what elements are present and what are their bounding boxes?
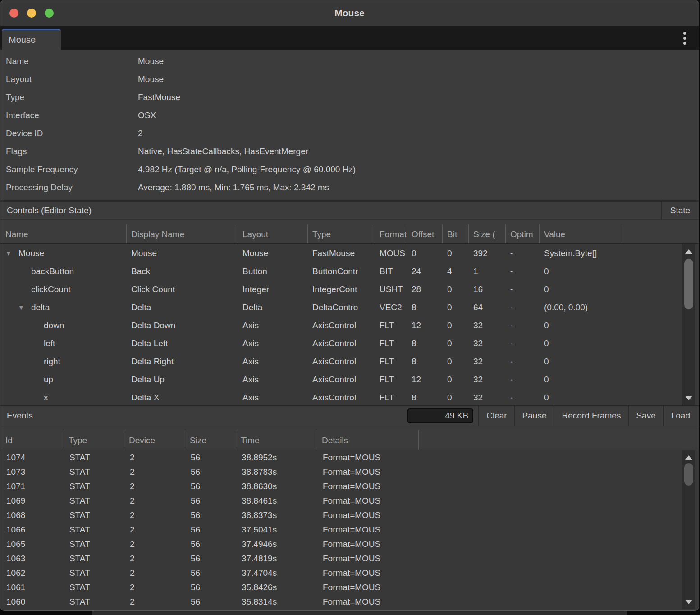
- control-format: FLT: [375, 357, 407, 367]
- control-row-backButton[interactable]: ▼backButtonBackButtonButtonContrBIT2441-…: [0, 262, 699, 280]
- pause-button[interactable]: Pause: [514, 406, 554, 426]
- column-header-size[interactable]: Size: [185, 426, 236, 450]
- scroll-up-icon[interactable]: [685, 249, 692, 254]
- column-header-layout[interactable]: Layout: [238, 220, 307, 243]
- record-frames-button[interactable]: Record Frames: [554, 406, 628, 426]
- control-layout: Mouse: [238, 248, 307, 258]
- control-row-down[interactable]: ▼downDelta DownAxisAxisControlFLT12032-0: [0, 317, 699, 335]
- control-row-left[interactable]: ▼leftDelta LeftAxisAxisControlFLT8032-0: [0, 335, 699, 353]
- tab-mouse[interactable]: Mouse: [2, 29, 61, 50]
- controls-scrollbar[interactable]: [682, 244, 695, 405]
- control-row-delta[interactable]: ▼deltaDeltaDeltaDeltaControVEC28064-(0.0…: [0, 298, 699, 317]
- control-size: 16: [468, 285, 505, 294]
- load-button[interactable]: Load: [663, 406, 697, 426]
- column-header-size[interactable]: Size (: [468, 220, 505, 243]
- control-row-right[interactable]: ▼rightDelta RightAxisAxisControlFLT8032-…: [0, 353, 699, 371]
- close-window-button[interactable]: [9, 9, 18, 18]
- event-type: STAT: [64, 539, 124, 549]
- zoom-window-button[interactable]: [45, 9, 54, 18]
- control-optimized: -: [505, 357, 539, 367]
- scroll-down-icon[interactable]: [685, 600, 692, 604]
- control-type: AxisControl: [307, 321, 375, 330]
- column-header-type[interactable]: Type: [64, 426, 124, 450]
- control-value: (0.00, 0.00): [539, 303, 622, 312]
- event-details: Format=MOUS: [317, 597, 418, 607]
- column-header-optim[interactable]: Optim: [505, 220, 539, 243]
- event-buffer-size-field[interactable]: 49 KB: [407, 408, 473, 423]
- kebab-menu-icon[interactable]: [683, 32, 686, 45]
- control-offset: 28: [407, 285, 442, 294]
- column-header-format[interactable]: Format: [375, 220, 407, 243]
- control-row-x[interactable]: ▼xDelta XAxisAxisControlFLT8032-0: [0, 389, 699, 405]
- title-bar[interactable]: Mouse: [0, 0, 699, 26]
- event-size: 56: [185, 510, 236, 520]
- control-optimized: -: [505, 339, 539, 349]
- event-row-1073[interactable]: 1073STAT25638.8783sFormat=MOUS: [0, 465, 699, 479]
- scroll-down-icon[interactable]: [685, 396, 692, 400]
- device-info-label: Layout: [0, 74, 138, 84]
- state-button[interactable]: State: [661, 202, 699, 219]
- controls-rows: ▼MouseMouseMouseFastMouseMOUS00392-Syste…: [0, 244, 699, 405]
- event-details: Format=MOUS: [317, 568, 418, 578]
- event-device: 2: [124, 496, 185, 506]
- event-row-1061[interactable]: 1061STAT25635.8426sFormat=MOUS: [0, 580, 699, 595]
- event-device: 2: [124, 583, 185, 592]
- control-name-cell: ▼up: [0, 375, 126, 385]
- clear-button[interactable]: Clear: [478, 406, 514, 426]
- events-table: 1074STAT25638.8952sFormat=MOUS1073STAT25…: [0, 450, 699, 609]
- control-row-clickCount[interactable]: ▼clickCountClick CountIntegerIntegerCont…: [0, 280, 699, 298]
- save-button[interactable]: Save: [628, 406, 663, 426]
- event-details: Format=MOUS: [317, 482, 418, 491]
- column-header-value[interactable]: Value: [539, 220, 622, 243]
- device-info-value: Mouse: [138, 74, 164, 84]
- event-time: 37.4946s: [236, 539, 317, 549]
- event-time: 38.8461s: [236, 496, 317, 506]
- column-header-name[interactable]: Name: [0, 220, 126, 243]
- column-header-offset[interactable]: Offset: [407, 220, 442, 243]
- events-scrollbar[interactable]: [682, 450, 695, 609]
- events-scrollbar-thumb[interactable]: [684, 463, 693, 486]
- event-row-1063[interactable]: 1063STAT25637.4819sFormat=MOUS: [0, 551, 699, 566]
- controls-section-title: Controls (Editor State): [0, 206, 92, 216]
- event-row-1068[interactable]: 1068STAT25638.8373sFormat=MOUS: [0, 508, 699, 523]
- event-type: STAT: [64, 597, 124, 607]
- column-header-bit[interactable]: Bit: [442, 220, 468, 243]
- device-info-value: Native, HasStateCallbacks, HasEventMerge…: [138, 147, 308, 156]
- control-row-up[interactable]: ▼upDelta UpAxisAxisControlFLT12032-0: [0, 371, 699, 389]
- column-header-id[interactable]: Id: [0, 426, 64, 450]
- control-name: Mouse: [18, 248, 44, 258]
- event-row-1062[interactable]: 1062STAT25637.4704sFormat=MOUS: [0, 566, 699, 580]
- control-row-Mouse[interactable]: ▼MouseMouseMouseFastMouseMOUS00392-Syste…: [0, 244, 699, 262]
- event-row-1060[interactable]: 1060STAT25635.8314sFormat=MOUS: [0, 595, 699, 609]
- control-display-name: Delta Left: [126, 339, 238, 349]
- controls-scrollbar-thumb[interactable]: [684, 259, 693, 309]
- event-row-1066[interactable]: 1066STAT25637.5041sFormat=MOUS: [0, 523, 699, 537]
- control-optimized: -: [505, 375, 539, 385]
- event-row-1065[interactable]: 1065STAT25637.4946sFormat=MOUS: [0, 537, 699, 551]
- minimize-window-button[interactable]: [27, 9, 36, 18]
- column-header-type[interactable]: Type: [307, 220, 375, 243]
- event-row-1074[interactable]: 1074STAT25638.8952sFormat=MOUS: [0, 450, 699, 465]
- device-info-value: 2: [138, 129, 143, 138]
- events-toolbar: 49 KB Clear Pause Record Frames Save Loa…: [407, 406, 697, 426]
- event-row-1069[interactable]: 1069STAT25638.8461sFormat=MOUS: [0, 494, 699, 508]
- control-size: 64: [468, 303, 505, 312]
- event-row-1071[interactable]: 1071STAT25638.8630sFormat=MOUS: [0, 479, 699, 494]
- control-size: 1: [468, 266, 505, 276]
- foldout-open-icon[interactable]: ▼: [5, 250, 18, 257]
- control-name-cell: ▼backButton: [0, 266, 126, 276]
- control-layout: Integer: [238, 285, 307, 294]
- control-bit: 0: [442, 375, 468, 385]
- column-header-time[interactable]: Time: [236, 426, 317, 450]
- event-size: 56: [185, 496, 236, 506]
- event-time: 38.8630s: [236, 482, 317, 491]
- column-header-display-name[interactable]: Display Name: [126, 220, 238, 243]
- foldout-open-icon[interactable]: ▼: [17, 304, 31, 311]
- event-size: 56: [185, 525, 236, 535]
- control-offset: 12: [407, 321, 442, 330]
- device-info-value: FastMouse: [138, 92, 180, 102]
- scroll-up-icon[interactable]: [685, 455, 692, 460]
- column-header-details[interactable]: Details: [317, 426, 418, 450]
- control-name: backButton: [31, 266, 74, 276]
- column-header-device[interactable]: Device: [124, 426, 185, 450]
